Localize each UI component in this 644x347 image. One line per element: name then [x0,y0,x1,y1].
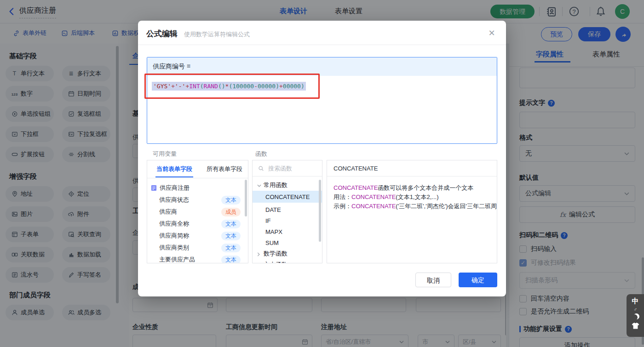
variable-row[interactable]: 供应商类别文本 [147,242,248,253]
variables-tree-root[interactable]: 供应商注册 [147,182,248,193]
variables-label: 可用变量 [153,150,177,158]
example-line: 示例：CONCATENATE('三年二班','周杰伦')会返回'三年二班周杰伦' [334,202,497,210]
red-highlight-annotation [144,74,320,99]
close-icon[interactable]: ✕ [487,28,497,38]
description-line: CONCATENATE函数可以将多个文本合并成一个文本 [334,184,473,192]
functions-panel: 常用函数 CONCATENATE DATE IF MAPX SUM 数学函数 文… [252,160,322,263]
function-item-sum[interactable]: SUM [253,237,322,248]
formula-edit-modal: 公式编辑 使用数学运算符编辑公式 ✕ 供应商编号 = 'GYS'+'-'+INT… [138,21,506,296]
function-group-math[interactable]: 数学函数 [253,248,322,259]
tab-all-form-fields[interactable]: 所有表单字段 [207,165,242,173]
function-group-text[interactable]: 文本函数 [253,259,322,263]
function-search-input[interactable] [267,165,315,172]
function-item-date[interactable]: DATE [253,204,322,215]
variables-tabs: 当前表单字段 所有表单字段 [147,160,248,178]
browser-extension-widget[interactable]: 中 ♂ [627,294,644,337]
type-badge: 文本 [221,232,241,240]
variable-row[interactable]: 供应商成员 [147,206,248,217]
variable-row[interactable]: 主要供应产品文本 [147,254,248,263]
modal-title: 公式编辑 [146,28,178,39]
function-description-panel: CONCATENATE CONCATENATE函数可以将多个文本合并成一个文本 … [327,160,497,263]
type-badge: 文本 [221,244,241,252]
functions-scrollbar[interactable] [319,180,321,242]
type-badge: 文本 [221,256,241,264]
divider [138,45,506,45]
search-icon [258,165,264,171]
confirm-button[interactable]: 确定 [459,273,497,287]
function-item-mapx[interactable]: MAPX [253,226,322,237]
type-badge: 文本 [221,196,241,205]
variable-row[interactable]: 供应商全称文本 [147,218,248,229]
chevron-right-icon [257,262,262,264]
type-badge: 文本 [221,220,241,228]
tab-current-form-fields[interactable]: 当前表单字段 [156,165,192,173]
functions-label: 函数 [255,150,267,158]
chevron-down-icon [257,182,262,189]
variable-row[interactable]: 供应商状态文本 [147,194,248,205]
chevron-right-icon [257,250,262,257]
function-item-concatenate[interactable]: CONCATENATE [253,191,322,203]
dark-mode-moon-icon[interactable] [632,314,638,320]
usage-line: 用法：CONCATENATE(文本1,文本2,...) [334,193,439,201]
function-search[interactable] [253,160,322,176]
gender-icon[interactable]: ♂ [633,307,637,312]
form-doc-icon [151,185,157,191]
cancel-button[interactable]: 取消 [415,273,451,287]
function-item-if[interactable]: IF [253,215,322,226]
function-description-title: CONCATENATE [327,160,497,176]
modal-subtitle: 使用数学运算符编辑公式 [184,30,250,39]
function-group-common[interactable]: 常用函数 [253,180,322,191]
chinese-lang-icon[interactable]: 中 [632,297,639,306]
formula-editor[interactable]: 供应商编号 = 'GYS'+'-'+INT(RAND()*(100000-000… [147,57,497,144]
variables-scrollbar[interactable] [245,180,247,216]
variables-panel: 当前表单字段 所有表单字段 供应商注册 供应商状态文本 供应商成员 供应商全称文… [147,160,248,263]
formula-target-field: 供应商编号 = [147,57,497,76]
tshirt-icon[interactable] [632,323,639,329]
type-badge: 成员 [221,208,241,216]
variable-row[interactable]: 供应商简称文本 [147,230,248,241]
